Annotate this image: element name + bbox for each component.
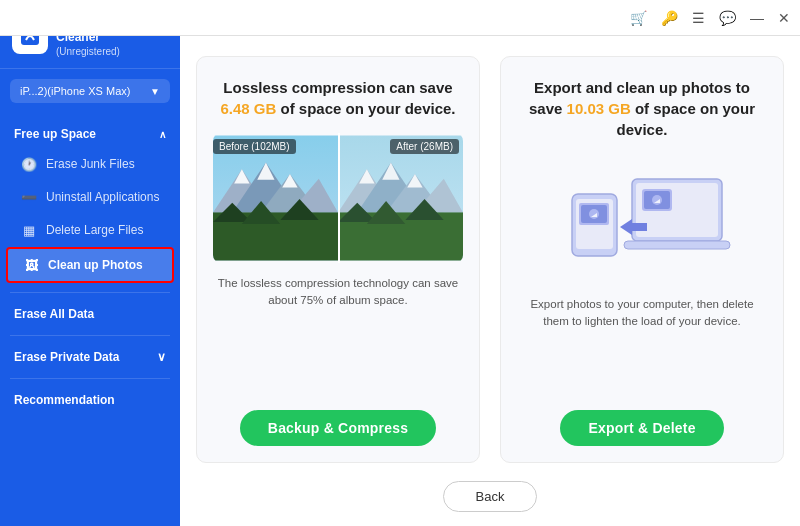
close-icon[interactable]: ✕ (778, 10, 790, 26)
svg-point-30 (652, 195, 662, 205)
sidebar-item-erase-junk[interactable]: 🕐 Erase Junk Files (6, 148, 174, 180)
main-content: Lossless compression can save 6.48 GB of… (180, 0, 800, 526)
compress-card: Lossless compression can save 6.48 GB of… (196, 56, 480, 463)
back-area: Back (180, 473, 800, 526)
chat-icon[interactable]: 💬 (719, 10, 736, 26)
export-delete-button[interactable]: Export & Delete (560, 410, 723, 446)
device-selector[interactable]: iP...2)(iPhone XS Max) ▼ (10, 79, 170, 103)
sidebar-item-erase-private[interactable]: Erase Private Data ∨ (0, 340, 180, 374)
device-name: iP...2)(iPhone XS Max) (20, 85, 130, 97)
menu-icon[interactable]: ☰ (692, 10, 705, 26)
sidebar-item-clean-photos[interactable]: 🖼 Clean up Photos (6, 247, 174, 283)
svg-rect-32 (624, 241, 730, 249)
backup-compress-button[interactable]: Backup & Compress (240, 410, 436, 446)
free-up-space-section: Free up Space ∧ 🕐 Erase Junk Files ➖ Uni… (0, 113, 180, 288)
minimize-icon[interactable]: — (750, 10, 764, 26)
sidebar-item-recommendation[interactable]: Recommendation (0, 383, 180, 417)
chevron-down-icon: ▼ (150, 86, 160, 97)
cart-icon[interactable]: 🛒 (630, 10, 647, 26)
sidebar-divider-3 (10, 378, 170, 379)
export-card-title: Export and clean up photos to save 10.03… (517, 77, 767, 140)
content-area: Lossless compression can save 6.48 GB of… (180, 36, 800, 473)
compress-card-desc: The lossless compression technology can … (213, 275, 463, 310)
svg-point-37 (589, 209, 599, 219)
export-illustration (517, 154, 767, 284)
sidebar-divider (10, 292, 170, 293)
compress-card-title: Lossless compression can save 6.48 GB of… (213, 77, 463, 119)
photo-divider (338, 133, 340, 263)
back-button[interactable]: Back (443, 481, 538, 512)
export-card-desc: Export photos to your computer, then del… (517, 296, 767, 331)
section-title-free-up-space[interactable]: Free up Space ∧ (0, 123, 180, 147)
sidebar-divider-2 (10, 335, 170, 336)
chevron-down-icon-2: ∨ (157, 350, 166, 364)
before-label: Before (102MB) (213, 139, 296, 154)
section-collapse-icon: ∧ (159, 129, 166, 140)
sidebar-item-uninstall-apps[interactable]: ➖ Uninstall Applications (6, 181, 174, 213)
after-label: After (26MB) (390, 139, 459, 154)
clock-icon: 🕐 (20, 155, 38, 173)
sidebar: Aiseesoft iPhone Cleaner (Unregistered) … (0, 0, 180, 526)
image-icon: 🖼 (22, 256, 40, 274)
sidebar-item-delete-large[interactable]: ▦ Delete Large Files (6, 214, 174, 246)
window-controls: 🛒 🔑 ☰ 💬 — ✕ (630, 10, 790, 26)
photo-comparison: Before (102MB) (213, 133, 463, 263)
grid-icon: ▦ (20, 221, 38, 239)
key-icon[interactable]: 🔑 (661, 10, 678, 26)
title-bar: 🛒 🔑 ☰ 💬 — ✕ (0, 0, 800, 36)
sidebar-item-erase-all[interactable]: Erase All Data (0, 297, 180, 331)
export-card: Export and clean up photos to save 10.03… (500, 56, 784, 463)
circle-minus-icon: ➖ (20, 188, 38, 206)
